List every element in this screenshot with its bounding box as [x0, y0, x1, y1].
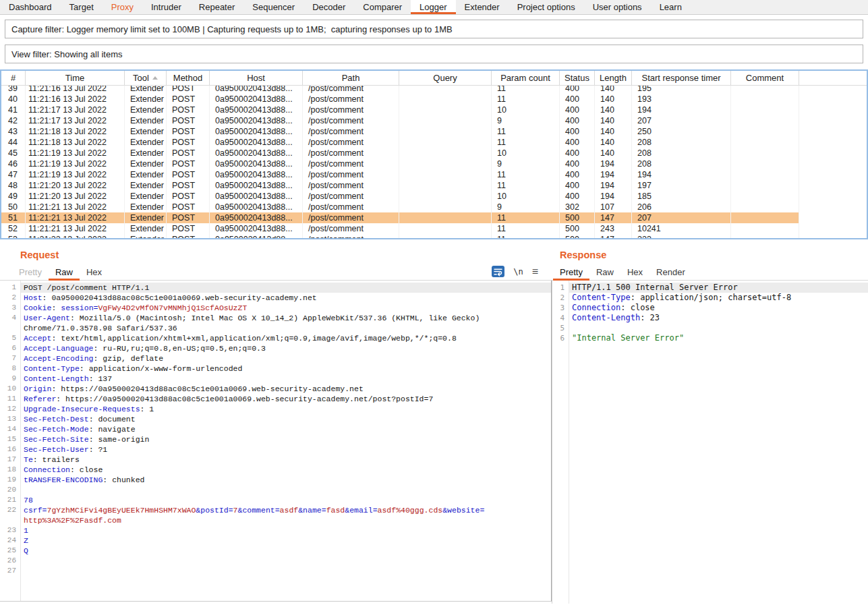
request-tab-pretty[interactable]: Pretty — [12, 264, 49, 280]
cell-time: 11:21:19 13 Jul 2022 — [26, 158, 125, 169]
line-number: 4 — [0, 313, 20, 323]
tab-dashboard[interactable]: Dashboard — [0, 0, 61, 14]
tab-decoder[interactable]: Decoder — [303, 0, 354, 14]
column-header-comment[interactable]: Comment — [731, 71, 799, 85]
column-header-param_count[interactable]: Param count — [492, 71, 560, 85]
table-row[interactable]: 4911:21:20 13 Jul 2022ExtenderPOST0a9500… — [1, 191, 867, 202]
cell-comment — [731, 115, 799, 126]
cell-query — [399, 180, 492, 191]
tab-proxy[interactable]: Proxy — [103, 0, 142, 14]
column-header-query[interactable]: Query — [399, 71, 492, 85]
cell-host: 0a9500020413d88... — [210, 148, 303, 158]
table-row[interactable]: 5311:21:22 13 Jul 2022ExtenderPOST0a9500… — [1, 234, 867, 238]
table-row[interactable]: 4511:21:19 13 Jul 2022ExtenderPOST0a9500… — [1, 148, 867, 158]
view-filter-bar[interactable]: View filter: Showing all items — [5, 45, 863, 63]
cell-num: 48 — [1, 180, 26, 191]
cell-path: /post/comment — [303, 115, 399, 126]
tab-user-options[interactable]: User options — [584, 0, 651, 14]
code-line-text: Cookie: session=VgFWy4D2vMfON7vMNMhjQ1Sc… — [20, 303, 551, 313]
table-row[interactable]: 3911:21:16 13 Jul 2022ExtenderPOST0a9500… — [1, 86, 867, 94]
cell-query — [399, 115, 492, 126]
code-line-text: Sec-Fetch-Mode: navigate — [20, 424, 551, 434]
line-number: 19 — [0, 475, 20, 485]
code-line: 2178 — [0, 495, 551, 505]
cell-param_count: 10 — [492, 191, 560, 202]
log-table-body: 3911:21:16 13 Jul 2022ExtenderPOST0a9500… — [1, 86, 867, 238]
column-header-time[interactable]: Time — [26, 71, 125, 85]
newline-toggle-button[interactable]: \n — [513, 267, 523, 277]
column-header-host[interactable]: Host — [210, 71, 303, 85]
table-row[interactable]: 4211:21:17 13 Jul 2022ExtenderPOST0a9500… — [1, 115, 867, 126]
response-tab-render[interactable]: Render — [649, 264, 692, 280]
tab-comparer[interactable]: Comparer — [354, 0, 411, 14]
line-number: 11 — [0, 394, 20, 404]
table-row[interactable]: 4011:21:16 13 Jul 2022ExtenderPOST0a9500… — [1, 94, 867, 105]
tab-extender[interactable]: Extender — [456, 0, 509, 14]
table-row[interactable]: 4311:21:18 13 Jul 2022ExtenderPOST0a9500… — [1, 126, 867, 137]
cell-method: POST — [167, 223, 210, 234]
cell-tool: Extender — [125, 169, 167, 180]
request-tab-hex[interactable]: Hex — [80, 264, 109, 280]
cell-tool: Extender — [125, 158, 167, 169]
code-line: 1HTTP/1.1 500 Internal Server Error — [552, 283, 868, 293]
editor-menu-icon[interactable]: ≡ — [532, 268, 538, 276]
response-tab-pretty[interactable]: Pretty — [553, 264, 589, 280]
cell-timer: 207 — [632, 115, 731, 126]
cell-host: 0a9500020413d88... — [210, 223, 303, 234]
cell-tool: Extender — [125, 115, 167, 126]
cell-host: 0a9500020413d88... — [210, 169, 303, 180]
request-editor[interactable]: 1POST /post/comment HTTP/1.12Host: 0a950… — [0, 281, 552, 602]
cell-comment — [731, 148, 799, 158]
line-number: 6 — [0, 343, 20, 353]
table-row[interactable]: 5011:21:21 13 Jul 2022ExtenderPOST0a9500… — [1, 202, 867, 212]
cell-comment — [731, 105, 799, 115]
cell-num: 41 — [1, 105, 26, 115]
cell-status: 400 — [560, 148, 595, 158]
column-header-length[interactable]: Length — [595, 71, 632, 85]
tab-intruder[interactable]: Intruder — [142, 0, 190, 14]
cell-num: 50 — [1, 202, 26, 212]
request-tab-list: PrettyRawHex — [12, 264, 109, 280]
column-header-status[interactable]: Status — [560, 71, 595, 85]
table-row[interactable]: 4711:21:19 13 Jul 2022ExtenderPOST0a9500… — [1, 169, 867, 180]
table-row[interactable]: 5111:21:21 13 Jul 2022ExtenderPOST0a9500… — [1, 212, 867, 223]
column-header-path[interactable]: Path — [303, 71, 399, 85]
cell-length: 140 — [595, 126, 632, 137]
cell-length: 194 — [595, 169, 632, 180]
column-header-method[interactable]: Method — [167, 71, 210, 85]
cell-comment — [731, 191, 799, 202]
tab-sequencer[interactable]: Sequencer — [243, 0, 303, 14]
response-editor[interactable]: 1HTTP/1.1 500 Internal Server Error2Cont… — [552, 281, 868, 604]
response-tab-raw[interactable]: Raw — [589, 264, 620, 280]
column-header-label: Query — [433, 73, 457, 83]
column-header-timer[interactable]: Start response timer — [632, 71, 731, 85]
tab-project-options[interactable]: Project options — [509, 0, 584, 14]
capture-filter-text: Capture filter: Logger memory limit set … — [11, 24, 453, 34]
line-number: 9 — [0, 374, 20, 384]
tab-repeater[interactable]: Repeater — [190, 0, 243, 14]
column-header-tool[interactable]: Tool — [125, 71, 167, 85]
cell-status: 400 — [560, 86, 595, 94]
table-row[interactable]: 4811:21:20 13 Jul 2022ExtenderPOST0a9500… — [1, 180, 867, 191]
request-panel-title: Request — [0, 242, 552, 262]
column-header-num[interactable]: # — [1, 71, 26, 85]
response-tab-hex[interactable]: Hex — [620, 264, 649, 280]
cell-time: 11:21:22 13 Jul 2022 — [26, 234, 125, 238]
tab-learn[interactable]: Learn — [651, 0, 691, 14]
code-line: 2Content-Type: application/json; charset… — [552, 293, 868, 303]
cell-param_count: 11 — [492, 212, 560, 223]
cell-timer: 207 — [632, 212, 731, 223]
request-tab-raw[interactable]: Raw — [49, 264, 80, 280]
word-wrap-toggle-button[interactable] — [492, 266, 504, 277]
tab-target[interactable]: Target — [61, 0, 103, 14]
request-panel: Request PrettyRawHex \n ≡ 1POST /post/co… — [0, 242, 552, 604]
table-row[interactable]: 4611:21:19 13 Jul 2022ExtenderPOST0a9500… — [1, 158, 867, 169]
capture-filter-bar[interactable]: Capture filter: Logger memory limit set … — [5, 20, 863, 38]
table-row[interactable]: 4111:21:17 13 Jul 2022ExtenderPOST0a9500… — [1, 105, 867, 115]
gutter-separator — [569, 281, 569, 604]
table-row[interactable]: 4411:21:18 13 Jul 2022ExtenderPOST0a9500… — [1, 137, 867, 148]
table-row[interactable]: 5211:21:21 13 Jul 2022ExtenderPOST0a9500… — [1, 223, 867, 234]
tab-logger[interactable]: Logger — [411, 0, 455, 14]
cell-time: 11:21:16 13 Jul 2022 — [26, 94, 125, 105]
code-line: http%3A%2F%2Fasdf.com — [0, 515, 551, 525]
